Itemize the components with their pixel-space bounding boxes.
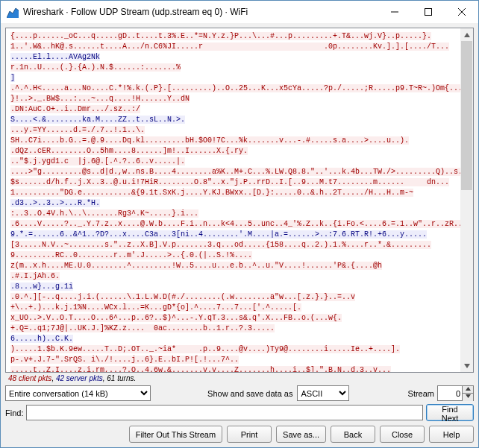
vertical-scrollbar[interactable] — [460, 28, 473, 372]
filter-out-stream-button[interactable]: Filter Out This Stream — [129, 426, 222, 443]
button-row: Filter Out This Stream Print Save as... … — [5, 426, 474, 443]
show-save-as-label: Show and save data as — [207, 389, 292, 398]
help-button[interactable]: Help — [429, 426, 474, 443]
client-pkts: 48 client pkts — [8, 374, 51, 382]
stream-label: Stream — [408, 389, 434, 398]
find-row: Find: Find Next — [5, 404, 474, 421]
turns: 61 turns. — [107, 374, 136, 382]
stream-line: }!..>._.BW$...:...~...q....!H......Y..dN — [10, 94, 459, 104]
scroll-thumb[interactable] — [461, 41, 472, 190]
client-area: {....p......_oC...q.....gD..t....t.3%.E.… — [1, 23, 478, 447]
stream-line: ...y.=YY......d.=./.7..!.1..\. — [10, 125, 459, 136]
stream-line: 1..'.W&..hK@.s......t....A.../n.C6%JI...… — [10, 42, 459, 52]
stream-line: .DN:AuC.O+..i..Dmr.../.sz..:/ — [10, 104, 459, 115]
stream-line: .d3..>..3..>...R.*H. — [10, 198, 459, 209]
stream-line: +\..+.)...k.j.1%N....WCx.l...=K...gD*{o]… — [10, 303, 459, 313]
stream-line: [3.....N.V..~........s."..z..X.B].V.p...… — [10, 240, 459, 250]
stream-line: 9.*.=......6..&^1..?D?...x....C3a...3[ni… — [10, 230, 459, 240]
stream-line: .."$.j.ygd1.c |j.6@.[.^.?..6..v.....|. — [10, 157, 459, 167]
window-controls — [378, 1, 478, 23]
format-select[interactable]: ASCII — [297, 385, 349, 401]
stream-text-container: {....p......_oC...q.....gD..t....t.3%.E.… — [5, 28, 474, 373]
stats-line: 48 client pkts, 42 server pkts, 61 turns… — [8, 374, 471, 382]
stream-line: S....<.&........ka.M....ZZ..t..sL..N.>. — [10, 115, 459, 125]
close-button-bottom[interactable]: Close — [380, 426, 425, 443]
close-button[interactable] — [445, 1, 478, 23]
stream-line: x_UO..>.V..O.T....O...6^...p..6?..$)^...… — [10, 313, 459, 324]
stream-text[interactable]: {....p......_oC...q.....gD..t....t.3%.E.… — [6, 28, 460, 372]
stream-value-input[interactable] — [438, 387, 462, 400]
scroll-up-button[interactable] — [460, 28, 473, 41]
main-window: Wireshark · Follow UDP Stream (udp.strea… — [0, 0, 479, 448]
titlebar: Wireshark · Follow UDP Stream (udp.strea… — [1, 1, 478, 23]
stream-line: .8...w}...g.1i — [10, 282, 459, 292]
stream-line: .....El.l....AVAg2Nk — [10, 52, 459, 63]
svg-rect-0 — [425, 9, 431, 16]
stream-line: SH..C7i....b.G..=.@.9....Dq.kl.........b… — [10, 136, 459, 146]
conversation-select[interactable]: Entire conversation (14 kB) — [5, 385, 151, 401]
server-pkts: 42 server pkts — [56, 374, 103, 382]
back-button[interactable]: Back — [331, 426, 375, 443]
find-input[interactable] — [26, 405, 423, 420]
stream-line: r.1n..U....(.}.{A.).N.$......:.......% — [10, 63, 459, 73]
stream-line: 6.....h)..C.K. — [10, 334, 459, 344]
scroll-down-button[interactable] — [460, 359, 473, 372]
options-row: Entire conversation (14 kB) Show and sav… — [5, 385, 474, 401]
stream-line: {....p......_oC...q.....gD..t....t.3%.E.… — [10, 31, 459, 42]
find-next-button[interactable]: Find Next — [426, 404, 474, 421]
stream-line: z(m..x.h....ME.U.0........^.........!W..… — [10, 261, 459, 271]
stream-line: .dQz..cER........O..5hm....8......]m!..I… — [10, 146, 459, 157]
window-title: Wireshark · Follow UDP Stream (udp.strea… — [23, 7, 378, 17]
stream-line: :..3..O.4V.h.\..\.......Rg3^.K~.....}.i.… — [10, 209, 459, 219]
stream-line: .0.^.][-..q....j.i.(......\.1.L.W.D(#./.… — [10, 292, 459, 303]
stream-step-up[interactable] — [462, 386, 473, 393]
stream-spinbox[interactable] — [437, 385, 474, 401]
stream-line: 1.........."DG.e...........&{9.1t.SxK.j.… — [10, 188, 459, 198]
minimize-button[interactable] — [378, 1, 411, 23]
stream-line: +.Q=..q1;7J@|..UK.J.]%KZ.z.... 0ac......… — [10, 324, 459, 334]
stream-line: $s......d/h.f..j.X..3..@.u.i!7HiR.......… — [10, 177, 459, 188]
stream-line: p-.v+.J.7-".SrQS. i\./!....j..6}.E..bI.P… — [10, 355, 459, 365]
stream-step-down[interactable] — [462, 393, 473, 401]
save-as-button[interactable]: Save as... — [276, 426, 326, 443]
print-button[interactable]: Print — [227, 426, 272, 443]
stream-line: .....t..Z.I....z.i.rm,...?.O..4.6w.&....… — [10, 365, 459, 372]
stream-line: 9.........RC..0........r..m'.J.....>..{.… — [10, 250, 459, 261]
wireshark-icon — [7, 6, 19, 18]
stream-line: ....>"g.........@s..d|d.,w..ns.B....4...… — [10, 167, 459, 177]
maximize-button[interactable] — [411, 1, 445, 23]
stream-line: ).....1.$b.K.9ew.....T..D;.OT.._.~ia* .p… — [10, 344, 459, 355]
find-label: Find: — [5, 408, 23, 417]
stream-line: .#.I.jAh.6. — [10, 271, 459, 282]
stream-line: .6....V.....?.._.Y.7.z..x....@.W.b....F.… — [10, 219, 459, 230]
stream-line: ] — [10, 73, 459, 83]
stream-line: .^.^.H<.....a...No....C.*!%.k.(.P}.[....… — [10, 83, 459, 94]
